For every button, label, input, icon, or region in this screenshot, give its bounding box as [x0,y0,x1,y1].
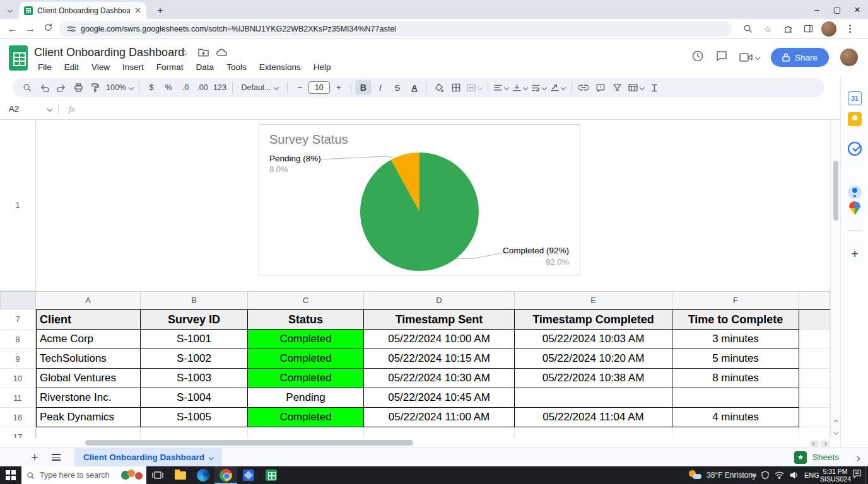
expand-panel-icon[interactable] [855,452,859,463]
scroll-up-icon[interactable] [833,419,839,425]
cell-10-C[interactable]: Completed [248,369,364,388]
fill-color-icon[interactable] [431,80,447,95]
tab-search-button[interactable] [4,4,16,16]
add-sheet-button[interactable]: + [26,451,43,464]
menu-edit[interactable]: Edit [59,60,84,74]
insert-comment-icon[interactable] [592,80,609,95]
cell-11-G[interactable] [799,388,830,408]
network-wifi-icon[interactable] [775,471,784,479]
maps-icon[interactable] [848,201,862,215]
sheet-tab-active[interactable]: Client Onboarding Dashboard [74,448,222,467]
undo-icon[interactable] [36,80,52,95]
text-rotation-icon[interactable] [549,80,567,95]
browser-menu-icon[interactable] [843,22,857,36]
menu-insert[interactable]: Insert [117,60,149,74]
strikethrough-button[interactable]: S [389,80,406,95]
tab-close-icon[interactable]: ✕ [134,6,141,15]
vertical-scrollbar-thumb[interactable] [833,161,838,221]
column-header-C[interactable]: C [248,291,364,309]
vertical-align-icon[interactable] [511,80,529,95]
cell-11-D[interactable]: 05/22/2024 10:45 AM [364,388,515,408]
star-document-icon[interactable]: ☆ [180,48,189,58]
document-title[interactable]: Client Onboarding Dashboard [34,46,184,59]
taskbar-clock[interactable]: 5:31 PM SISUS024 [820,468,850,483]
row-header-16[interactable]: 16 [0,408,36,427]
cell-16-C[interactable]: Completed [248,408,364,427]
increase-font-size-button[interactable]: + [331,80,347,95]
cell-7-D[interactable]: Timestamp Sent [364,309,515,330]
cell-8-B[interactable]: S-1001 [141,330,248,349]
redo-icon[interactable] [53,80,69,95]
window-minimize-button[interactable]: – [807,3,826,16]
window-close-button[interactable]: ✕ [848,3,867,16]
column-header-E[interactable]: E [515,291,672,309]
all-sheets-icon[interactable] [48,454,64,461]
format-currency-button[interactable]: $ [143,80,160,95]
move-folder-icon[interactable] [198,48,209,59]
cell-10-D[interactable]: 05/22/2024 10:30 AM [364,369,515,388]
forward-icon[interactable]: → [21,23,39,35]
cell-7-F[interactable]: Time to Complete [672,309,799,330]
show-desktop-button[interactable] [865,466,865,484]
cell-17-C[interactable] [248,427,364,438]
get-addons-button[interactable]: + [848,247,862,262]
cell-17-A[interactable] [36,427,141,438]
font-size-input[interactable]: 10 [308,81,330,94]
cell-8-D[interactable]: 05/22/2024 10:00 AM [364,330,515,349]
cell-9-D[interactable]: 05/22/2024 10:15 AM [364,349,515,369]
merge-cells-icon[interactable] [465,80,484,95]
file-explorer-icon[interactable] [169,466,192,484]
horizontal-scrollbar-thumb[interactable] [85,440,413,446]
cell-9-C[interactable]: Completed [248,349,364,369]
cell-10-E[interactable]: 05/22/2024 10:38 AM [515,369,672,388]
menu-view[interactable]: View [86,60,115,74]
cell-11-F[interactable] [672,388,799,408]
column-header-A[interactable]: A [36,291,141,309]
comments-icon[interactable] [715,50,728,65]
cell-16-E[interactable]: 05/22/2024 11:04 AM [515,408,672,427]
pie-chart[interactable] [360,153,479,271]
url-omnibox[interactable]: google.com/swrs.googlesheets.com/sotch=%… [59,21,732,37]
photos-app-icon[interactable] [237,466,260,484]
cell-10-A[interactable]: Global Ventures [36,369,141,388]
tasks-icon[interactable] [848,142,862,156]
cell-17-G[interactable] [799,427,830,438]
bold-button[interactable]: B [355,80,372,95]
italic-button[interactable]: I [372,80,389,95]
scroll-left-icon[interactable] [810,441,819,447]
cell-7-G[interactable] [799,309,830,330]
cell-16-F[interactable]: 4 minutes [672,408,799,427]
cell-11-B[interactable]: S-1004 [141,388,248,408]
cell-7-B[interactable]: Survey ID [141,309,248,330]
security-shield-icon[interactable] [761,471,769,480]
task-view-icon[interactable] [146,466,169,484]
sheets-brand-button[interactable]: ★ Sheets [794,451,839,464]
language-indicator[interactable]: ENG [804,471,819,479]
taskbar-weather[interactable]: 38°F Enristony [689,470,756,480]
edge-icon[interactable] [192,466,214,484]
window-maximize-button[interactable]: ▢ [828,3,847,16]
sheets-logo-icon[interactable] [9,45,28,71]
cell-11-A[interactable]: Riverstone Inc. [36,388,141,408]
browser-avatar[interactable] [821,21,836,37]
menu-file[interactable]: File [33,60,57,74]
column-header-B[interactable]: B [141,291,248,309]
insert-link-icon[interactable] [575,80,592,95]
horizontal-scrollbar[interactable] [0,438,830,447]
increase-decimal-button[interactable]: .00 [194,80,211,95]
row-header-1[interactable]: 1 [0,120,36,291]
decrease-decimal-button[interactable]: .0 [177,80,194,95]
tray-chevron-up-icon[interactable] [752,470,756,481]
text-color-button[interactable]: A [406,80,423,95]
cell-16-B[interactable]: S-1005 [141,408,248,427]
cell-9-E[interactable]: 05/22/2024 10:20 AM [515,349,672,369]
horizontal-align-icon[interactable] [492,80,510,95]
new-tab-button[interactable]: + [154,5,167,18]
cell-16-A[interactable]: Peak Dynamics [36,408,141,427]
format-percent-button[interactable]: % [160,80,177,95]
cell-9-B[interactable]: S-1002 [141,349,248,369]
create-filter-icon[interactable] [609,80,626,95]
text-wrap-icon[interactable] [530,80,548,95]
vertical-scrollbar[interactable] [830,120,840,438]
column-header-partial[interactable] [799,291,830,309]
